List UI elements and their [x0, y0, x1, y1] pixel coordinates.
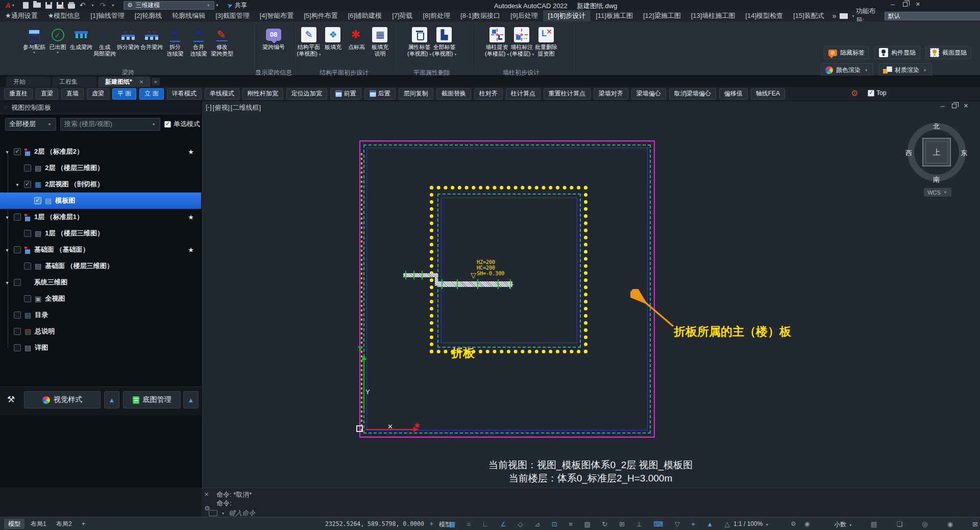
toolbar-button-层间复制[interactable]: 层间复制: [399, 88, 433, 100]
dynamic-ucs-icon[interactable]: ⊥: [636, 521, 642, 527]
menu-tab-18[interactable]: [15]装配式: [788, 10, 829, 21]
ribbon-button-梁跨编号[interactable]: 08梁跨编号: [262, 22, 285, 51]
visual-style-control[interactable]: [二维线框]: [231, 103, 261, 112]
expander-icon[interactable]: ▾: [14, 182, 20, 187]
layout-tab-模型[interactable]: 模型: [4, 519, 24, 529]
tree-checkbox[interactable]: [14, 246, 21, 253]
ribbon-button-板填充[interactable]: ❖板填充: [322, 22, 344, 51]
ribbon-button-全部标签[interactable]: ▙全部标签(单视图) ▾: [432, 22, 456, 57]
layout-select[interactable]: 默认 ▾: [885, 12, 980, 20]
layout-tab-布局1[interactable]: 布局1: [27, 519, 51, 529]
toolbar-button-前置[interactable]: 前置: [330, 88, 361, 100]
compass-west[interactable]: 西: [905, 149, 912, 158]
menu-tab-9[interactable]: [7]荷载: [387, 10, 418, 21]
menu-tab-0[interactable]: ★通用设置: [0, 10, 43, 21]
tree-checkbox[interactable]: [14, 328, 21, 335]
expander-icon[interactable]: ▾: [4, 247, 10, 253]
command-line-panel[interactable]: ✕ ⚙ 命令: *取消* 命令: ▾ 键入命令: [202, 488, 980, 517]
menu-tab-5[interactable]: [3]截面管理: [210, 10, 254, 21]
expander-icon[interactable]: ▾: [4, 214, 10, 220]
bell-icon[interactable]: ◉: [947, 521, 953, 527]
ribbon-button-板填充[interactable]: ▦板填充说明: [369, 22, 391, 57]
toolbar-button-垂直柱[interactable]: 垂直柱: [4, 88, 33, 100]
file-tab-2[interactable]: 新建图纸*✕: [98, 77, 151, 87]
tree-checkbox[interactable]: [24, 262, 31, 270]
ribbon-button-生成梁跨[interactable]: 生成梁跨: [70, 22, 92, 51]
units-control[interactable]: 小数 ▾: [834, 520, 853, 529]
menu-tab-4[interactable]: 轮廓线编辑: [167, 10, 210, 21]
command-recent-icon[interactable]: [209, 510, 217, 516]
ribbon-button-参与配筋[interactable]: 参与配筋▾: [23, 22, 45, 55]
compass-south[interactable]: 南: [933, 175, 940, 184]
tree-item-1层 （标准层1）[interactable]: ▾1层 （标准层1）★: [0, 209, 201, 225]
viewport-restore-button[interactable]: [952, 104, 957, 108]
performance-icon[interactable]: ◎: [922, 521, 927, 527]
toolbar-button-偏移值[interactable]: 偏移值: [719, 88, 748, 100]
favorite-star-icon[interactable]: ★: [188, 246, 194, 254]
add-layout-button[interactable]: +: [78, 519, 89, 529]
ribbon-right-隐藏标签[interactable]: 隐藏标签: [824, 46, 869, 59]
menu-tab-8[interactable]: [6]辅助建模: [343, 10, 387, 21]
toolbar-button-详看模式[interactable]: 详看模式: [167, 88, 202, 100]
menu-tab-15[interactable]: [12]梁施工图: [638, 10, 686, 21]
snap-icon[interactable]: ⌗: [467, 521, 471, 527]
viewport-menu[interactable]: [-]: [206, 103, 212, 112]
tree-checkbox[interactable]: [14, 213, 21, 221]
minimize-button[interactable]: ─: [891, 2, 895, 8]
menu-tab-1[interactable]: ★模型信息: [43, 10, 86, 21]
tree-item-全视图[interactable]: ▣全视图: [0, 291, 201, 307]
base-map-button[interactable]: 底图管理: [123, 391, 181, 408]
menu-tab-13[interactable]: [10]初步设计: [543, 10, 591, 21]
annotation-autoscale-icon[interactable]: △: [725, 521, 730, 527]
tree-checkbox[interactable]: [24, 230, 31, 237]
crosshair-icon[interactable]: +: [430, 520, 433, 527]
tree-item-基础面 （基础面）[interactable]: ▾基础面 （基础面）★: [0, 242, 201, 258]
toolbar-button-轴线FEA[interactable]: 轴线FEA: [751, 88, 785, 100]
print-icon[interactable]: [68, 4, 75, 9]
app-logo[interactable]: A: [5, 1, 11, 10]
panel-header[interactable]: ⁞⁞ 视图控制面板: [0, 101, 201, 114]
file-tab-1[interactable]: 工程集: [52, 77, 97, 87]
transparency-icon[interactable]: ▨: [584, 521, 590, 527]
selection-cycling-icon[interactable]: ↻: [602, 521, 607, 527]
ribbon-right-截面显隐[interactable]: 截面显隐: [925, 46, 971, 59]
object-snap-icon[interactable]: ⊡: [552, 521, 557, 527]
ribbon-button-拆分梁跨[interactable]: 拆分梁跨: [117, 22, 139, 51]
polar-icon[interactable]: ∠: [500, 521, 506, 527]
panel-image-caret-icon[interactable]: ▾: [852, 14, 854, 18]
ribbon-button-点标高[interactable]: 点标高: [345, 22, 368, 51]
visual-style-up-button[interactable]: ▲: [104, 391, 119, 408]
app-menu-caret-icon[interactable]: ▾: [12, 3, 14, 8]
ribbon-button-属性标签[interactable]: 属性标签(单视图) ▾: [407, 22, 431, 57]
toolbar-button-直梁[interactable]: 直梁: [36, 88, 58, 100]
toolbar-button-后置[interactable]: 后置: [364, 88, 396, 100]
drag-handle-icon[interactable]: ⁞⁞: [4, 105, 8, 110]
menu-tab-17[interactable]: [14]模型检查: [740, 10, 788, 21]
viewport-close-button[interactable]: ✕: [964, 103, 968, 109]
view-direction[interactable]: [俯视]: [213, 103, 230, 112]
annotation-scale-control[interactable]: 1:1 / 100% ▾: [733, 520, 770, 527]
annotation-visibility-icon[interactable]: ▲: [706, 521, 713, 527]
tree-checkbox[interactable]: [14, 344, 21, 351]
search-input[interactable]: 搜索 (楼层/视图) ▾: [60, 118, 160, 131]
tree-item-2层视图 （剖切框）[interactable]: ▾▦2层视图 （剖切框）: [0, 176, 201, 192]
base-map-up-button[interactable]: ▲: [183, 391, 199, 408]
toolbar-button-刚性杆加宽[interactable]: 刚性杆加宽: [242, 88, 283, 100]
menu-tab-14[interactable]: [11]板施工图: [591, 10, 638, 21]
selection-filter-icon[interactable]: ▽: [675, 521, 680, 527]
menu-tab-7[interactable]: [5]构件布置: [299, 10, 342, 21]
undo-caret-icon[interactable]: ▾: [92, 3, 94, 8]
tree-item-2层 （标准层2）[interactable]: ▾2层 （标准层2）★: [0, 143, 201, 160]
tree-item-目录[interactable]: ▤目录: [0, 307, 201, 323]
command-close-icon[interactable]: ✕: [204, 491, 209, 498]
ribbon-right-颜色渲染[interactable]: 颜色渲染▾: [821, 63, 873, 77]
compass-east[interactable]: 东: [961, 149, 967, 158]
ribbon-button-合并[interactable]: 合并连续梁: [187, 22, 210, 57]
3d-object-snap-icon[interactable]: ⊞: [619, 521, 625, 527]
new-file-tab-button[interactable]: +: [152, 78, 160, 86]
tools-icon[interactable]: ⚒: [7, 394, 15, 405]
ribbon-button-墙柱提资[interactable]: 墙柱提资(单楼层) ▾: [485, 22, 509, 57]
toolbar-button-直墙[interactable]: 直墙: [61, 88, 84, 100]
workspace-selector[interactable]: ⚙ 三维建模 ▾: [124, 1, 214, 10]
ribbon-right-材质渲染[interactable]: 材质渲染▾: [878, 63, 932, 77]
